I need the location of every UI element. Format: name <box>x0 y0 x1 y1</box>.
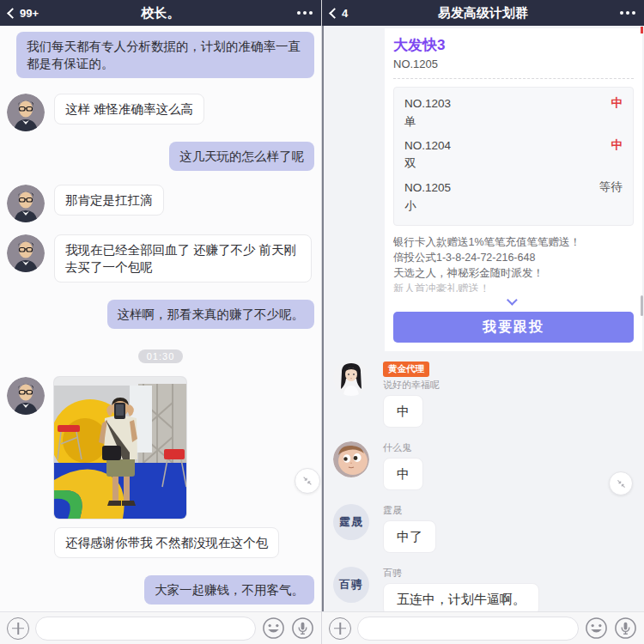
result-hit: 中 <box>611 95 623 111</box>
message-input[interactable] <box>357 617 579 641</box>
result-waiting: 等待 <box>599 179 623 195</box>
message-bubble: 这样 难怪准确率这么高 <box>54 94 204 125</box>
group-message: 黄金代理 说好的幸福呢 中 <box>322 360 644 428</box>
expand-chevron[interactable] <box>393 294 634 304</box>
member-name: 说好的幸福呢 <box>383 379 440 392</box>
avatar-text[interactable]: 百骋 <box>333 567 369 603</box>
game-title: 大发快3 <box>393 35 634 55</box>
message-bubble: 那肯定是扛扛滴 <box>54 185 164 216</box>
unread-count: 4 <box>342 7 348 20</box>
message-input[interactable] <box>35 617 256 641</box>
message-incoming: 还得感谢你带我 不然都没现在这个包 <box>0 527 321 558</box>
message-outgoing: 我们每天都有专人分析数据的，计划的准确率一直都是有保证的。 <box>0 32 321 78</box>
dual-chat-screens: 99+ 校长。 我们每天都有专人分析数据的，计划的准确率一直都是有保证的。 这样… <box>0 0 644 644</box>
emoji-button[interactable] <box>262 617 285 640</box>
avatar-man[interactable] <box>7 234 45 272</box>
avatar-man[interactable] <box>7 185 45 222</box>
message-outgoing: 这样啊，那看来真的赚了不少呢。 <box>0 300 321 329</box>
follow-bet-button[interactable]: 我要跟投 <box>393 312 634 343</box>
right-input-bar <box>322 611 644 644</box>
member-badge: 黄金代理 <box>383 361 429 377</box>
avatar-baby[interactable] <box>333 441 369 477</box>
plan-row: NO.1204中 双 <box>404 137 623 172</box>
message-incoming: 那肯定是扛扛滴 <box>0 185 321 222</box>
voice-button[interactable] <box>291 617 314 640</box>
message-bubble: 中 <box>383 458 423 490</box>
scrollbar-thumb[interactable] <box>641 295 643 316</box>
message-bubble: 这样啊，那看来真的赚了不少呢。 <box>107 300 315 329</box>
plan-row: NO.1203中 单 <box>404 95 623 130</box>
time-divider: 01:30 <box>0 348 321 363</box>
message-bubble: 我现在已经全部回血了 还赚了不少 前天刚去买了一个包呢 <box>54 234 312 283</box>
message-outgoing: 大家一起赚钱，不用客气。 <box>0 575 321 605</box>
group-message: 百骋 百骋 五连中，计划牛逼啊。 <box>322 567 644 616</box>
message-incoming: 我现在已经全部回血了 还赚了不少 前天刚去买了一个包呢 <box>0 234 321 283</box>
attach-button[interactable] <box>329 617 351 640</box>
right-header: 4 易发高级计划群 <box>322 0 644 26</box>
back-button[interactable]: 99+ <box>9 7 60 20</box>
message-bubble: 中 <box>383 395 423 428</box>
plan-card: 大发快3 NO.1205 NO.1203中 单 NO.1204中 双 NO.12… <box>385 28 642 351</box>
message-bubble: 我们每天都有专人分析数据的，计划的准确率一直都是有保证的。 <box>16 32 314 78</box>
private-chat-panel: 99+ 校长。 我们每天都有专人分析数据的，计划的准确率一直都是有保证的。 这样… <box>0 0 322 644</box>
chat-title: 易发高级计划群 <box>438 5 528 21</box>
voice-button[interactable] <box>614 617 637 640</box>
right-message-list: 大发快3 NO.1205 NO.1203中 单 NO.1204中 双 NO.12… <box>322 26 644 644</box>
emoji-button[interactable] <box>585 617 608 640</box>
message-bubble: 还得感谢你带我 不然都没现在这个包 <box>54 527 279 558</box>
unread-count: 99+ <box>20 7 39 20</box>
result-hit: 中 <box>611 137 623 153</box>
member-name: 霆晟 <box>383 504 436 517</box>
more-menu-button[interactable] <box>297 8 313 18</box>
chat-title: 校长。 <box>142 5 180 21</box>
dashed-divider <box>393 78 634 79</box>
group-chat-panel: 4 易发高级计划群 大发快3 NO.1205 NO.1203中 单 N <box>322 0 644 644</box>
message-incoming-photo <box>0 377 321 519</box>
promo-text: 银行卡入款赠送1%笔笔充值笔笔赠送！ 倍投公式1-3-8-24-72-216-6… <box>393 234 634 292</box>
message-bubble: 这几天玩的怎么样了呢 <box>169 142 314 171</box>
avatar-girl[interactable] <box>333 360 369 396</box>
member-name: 百骋 <box>383 567 539 580</box>
current-issue: NO.1205 <box>393 58 634 70</box>
scrollbar-alert-tick <box>641 27 643 33</box>
message-outgoing: 这几天玩的怎么样了呢 <box>0 142 321 171</box>
back-button[interactable]: 4 <box>331 7 382 20</box>
collapse-float-button[interactable] <box>295 468 320 494</box>
avatar-man[interactable] <box>7 377 45 415</box>
left-input-bar <box>0 611 321 644</box>
collapse-float-button[interactable] <box>609 471 633 495</box>
message-incoming: 这样 难怪准确率这么高 <box>0 94 321 131</box>
panel-seam <box>322 26 324 611</box>
message-bubble: 中了 <box>383 520 436 553</box>
left-header: 99+ 校长。 <box>0 0 321 26</box>
avatar-man[interactable] <box>7 94 45 131</box>
member-name: 什么鬼 <box>383 441 423 454</box>
group-message: 霆晟 霆晟 中了 <box>322 504 644 553</box>
group-message: 什么鬼 中 <box>322 441 644 490</box>
left-message-list: 我们每天都有专人分析数据的，计划的准确率一直都是有保证的。 这样 难怪准确率这么… <box>0 26 321 644</box>
avatar-text[interactable]: 霆晟 <box>333 504 369 540</box>
chevron-left-icon <box>329 8 340 19</box>
more-menu-button[interactable] <box>620 8 635 18</box>
plan-rows: NO.1203中 单 NO.1204中 双 NO.1205等待 小 <box>393 87 634 226</box>
chevron-left-icon <box>7 8 18 19</box>
photo-message[interactable] <box>54 377 186 519</box>
plan-row: NO.1205等待 小 <box>404 179 623 214</box>
attach-button[interactable] <box>7 617 29 640</box>
message-bubble: 大家一起赚钱，不用客气。 <box>144 575 314 605</box>
